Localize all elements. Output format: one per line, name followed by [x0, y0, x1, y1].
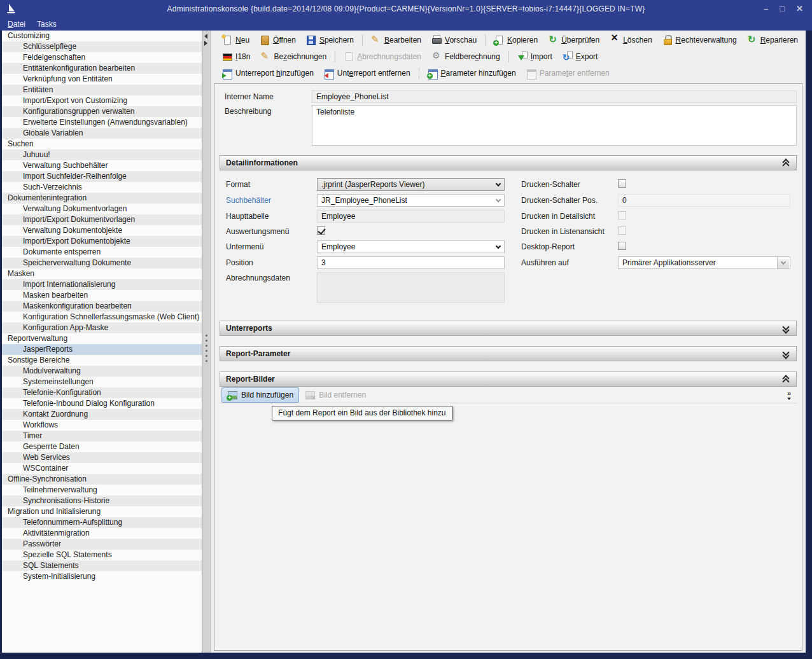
sidebar-item[interactable]: Spezielle SQL Statements — [2, 550, 202, 560]
sidebar-item[interactable]: Juhuuu! — [2, 149, 202, 160]
toolbar-button[interactable]: Vorschau — [426, 33, 482, 47]
toolbar-button[interactable]: I18n — [217, 50, 255, 64]
sidebar-item[interactable]: Erweiterte Einstellungen (Anwendungsvari… — [2, 117, 202, 128]
section-header-report-parameter[interactable]: Report-Parameter — [220, 346, 797, 361]
toolbar-button[interactable]: Reparieren — [742, 33, 803, 47]
sidebar-item[interactable]: Konfiguration App-Maske — [2, 323, 202, 333]
sidebar-item[interactable]: Masken bearbeiten — [2, 290, 202, 301]
auswertungsmenue-checkbox[interactable] — [317, 226, 325, 235]
sidebar-item[interactable]: Telefonnummern-Aufsplittung — [2, 517, 202, 528]
sidebar-group[interactable]: Masken — [2, 268, 202, 279]
interner-name-field[interactable]: Employee_PhoneList — [312, 90, 797, 103]
toolbar-button[interactable]: Unterreport hinzufügen — [217, 66, 319, 80]
format-combobox[interactable]: .jrprint (JasperReports Viewer) — [317, 178, 505, 191]
sidebar-item[interactable]: Import/Export Dokumentobjekte — [2, 236, 202, 247]
toolbar-button[interactable]: Löschen — [605, 33, 657, 47]
sidebar-item[interactable]: Systemeinstellungen — [2, 377, 202, 387]
sidebar-item[interactable]: Verwaltung Suchbehälter — [2, 160, 202, 171]
expand-chevron-down-icon[interactable] — [782, 349, 790, 358]
sidebar-item[interactable]: Workflows — [2, 420, 202, 431]
splitter-collapse-right-icon[interactable] — [204, 41, 207, 46]
sidebar-group[interactable]: Reportverwaltung — [2, 333, 202, 344]
sidebar-item[interactable]: Telefonie-Konfiguration — [2, 387, 202, 398]
section-header-detailinformationen[interactable]: Detailinformationen — [220, 155, 797, 170]
suchbehaelter-combobox[interactable]: JR_Employee_PhoneList — [317, 194, 505, 207]
splitter-collapse-left-icon[interactable] — [204, 34, 207, 39]
sidebar-item[interactable]: Gesperrte Daten — [2, 441, 202, 452]
sidebar-item[interactable]: Such-Verzeichnis — [2, 182, 202, 193]
collapse-chevron-up-icon[interactable] — [782, 158, 790, 167]
sidebar-item[interactable]: Teilnehmerverwaltung — [2, 485, 202, 496]
sidebar-item[interactable]: Konfigurationsgruppen verwalten — [2, 106, 202, 117]
sidebar-item[interactable]: Web Services — [2, 452, 202, 463]
minimize-button[interactable]: – — [764, 4, 768, 13]
sidebar-item[interactable]: Dokumente entsperren — [2, 247, 202, 258]
toolbar-button[interactable]: Speichern — [301, 33, 359, 47]
toolbar-button[interactable]: Rechteverwaltung — [657, 33, 742, 47]
sidebar-group[interactable]: Migration und Initialisierung — [2, 506, 202, 517]
sidebar-group[interactable]: Customizing — [2, 31, 202, 41]
sidebar-item[interactable]: JasperReports — [2, 344, 202, 355]
sidebar-item[interactable]: Aktivitätenmigration — [2, 528, 202, 539]
bild-hinzufuegen-button[interactable]: Bild hinzufügen — [221, 387, 299, 403]
sidebar-group[interactable]: Dokumentenintegration — [2, 193, 202, 204]
toolbar-overflow-button[interactable]: » — [783, 390, 795, 400]
maximize-button[interactable]: □ — [780, 4, 785, 13]
sidebar-item[interactable]: Modulverwaltung — [2, 366, 202, 377]
untermenue-combobox[interactable]: Employee — [317, 240, 505, 253]
sidebar-item[interactable]: Telefonie-Inbound Dialog Konfiguration — [2, 398, 202, 409]
drucken-schalter-pos-field[interactable]: 0 — [618, 194, 790, 207]
menu-item[interactable]: Datei — [8, 20, 25, 29]
sidebar-item[interactable]: Speicherverwaltung Dokumente — [2, 258, 202, 268]
sidebar-item[interactable]: Import Internationalisierung — [2, 279, 202, 290]
sidebar-item[interactable]: Schlüsselpflege — [2, 41, 202, 52]
close-button[interactable]: ✕ — [796, 4, 803, 13]
combo-arrow-button[interactable] — [777, 257, 789, 268]
toolbar-button[interactable]: Öffnen — [255, 33, 301, 47]
drucken-schalter-checkbox[interactable] — [618, 179, 626, 188]
toolbar-button[interactable]: Parameter hinzufügen — [423, 66, 521, 80]
sidebar-item[interactable]: Timer — [2, 431, 202, 441]
sidebar-item[interactable]: Globale Variablen — [2, 128, 202, 139]
sidebar-item[interactable]: Verwaltung Dokumentobjekte — [2, 225, 202, 236]
sidebar-item[interactable]: System-Initialisierung — [2, 571, 202, 582]
toolbar-button[interactable]: Überprüfen — [543, 33, 605, 47]
toolbar-button[interactable]: Neu — [217, 33, 255, 47]
expand-chevron-down-icon[interactable] — [782, 324, 790, 333]
menu-item[interactable]: Tasks — [37, 20, 57, 29]
toolbar-button[interactable]: Feldberechnung — [426, 50, 505, 64]
sidebar-item[interactable]: Kontakt Zuordnung — [2, 409, 202, 420]
sidebar-item[interactable]: Feldeigenschaften — [2, 52, 202, 63]
toolbar-button[interactable]: Export — [557, 50, 603, 64]
sidebar-item[interactable]: Synchronisations-Historie — [2, 496, 202, 506]
sidebar-item[interactable]: SQL Statements — [2, 560, 202, 571]
sidebar-item[interactable]: Verknüpfung von Entitäten — [2, 74, 202, 85]
sidebar-item[interactable]: Import Suchfelder-Reihenfolge — [2, 171, 202, 182]
sidebar-item[interactable]: Verwaltung Dokumentvorlagen — [2, 204, 202, 214]
suchbehaelter-link-label[interactable]: Suchbehälter — [226, 196, 317, 205]
sidebar-item[interactable]: Import/Export von Customizing — [2, 95, 202, 106]
section-header-report-bilder[interactable]: Report-Bilder — [220, 371, 797, 387]
sidebar-item[interactable]: Maskenkonfiguration bearbeiten — [2, 301, 202, 312]
ausfuehren-auf-combobox[interactable]: Primärer Applikationsserver — [618, 256, 790, 269]
toolbar-button[interactable]: Kopieren — [489, 33, 543, 47]
sidebar-group[interactable]: Offline-Synchronisation — [2, 474, 202, 485]
section-header-unterreports[interactable]: Unterreports — [220, 321, 797, 336]
collapse-chevron-up-icon[interactable] — [782, 375, 790, 384]
sidebar-item[interactable]: Konfiguration Schnellerfassungsmaske (We… — [2, 312, 202, 323]
toolbar-button[interactable]: Bearbeiten — [366, 33, 426, 47]
sidebar-item[interactable]: Entitäten — [2, 85, 202, 95]
position-input[interactable]: 3 — [317, 256, 505, 269]
splitter-handle[interactable] — [202, 31, 211, 653]
toolbar-button[interactable]: Unterreport entfernen — [319, 66, 416, 80]
sidebar-item[interactable]: Import/Export Dokumentvorlagen — [2, 214, 202, 225]
sidebar-item[interactable]: Passwörter — [2, 539, 202, 550]
sidebar-item[interactable]: Entitätenkonfiguration bearbeiten — [2, 63, 202, 74]
toolbar-button[interactable]: Import — [512, 50, 557, 64]
sidebar-group[interactable]: Suchen — [2, 139, 202, 149]
desktop-report-checkbox[interactable] — [618, 242, 626, 250]
sidebar-item[interactable]: WSContainer — [2, 463, 202, 474]
toolbar-button[interactable]: Bezeichnungen — [255, 50, 332, 64]
beschreibung-textarea[interactable]: Telefonliste — [312, 105, 797, 146]
sidebar-group[interactable]: Sonstige Bereiche — [2, 355, 202, 366]
